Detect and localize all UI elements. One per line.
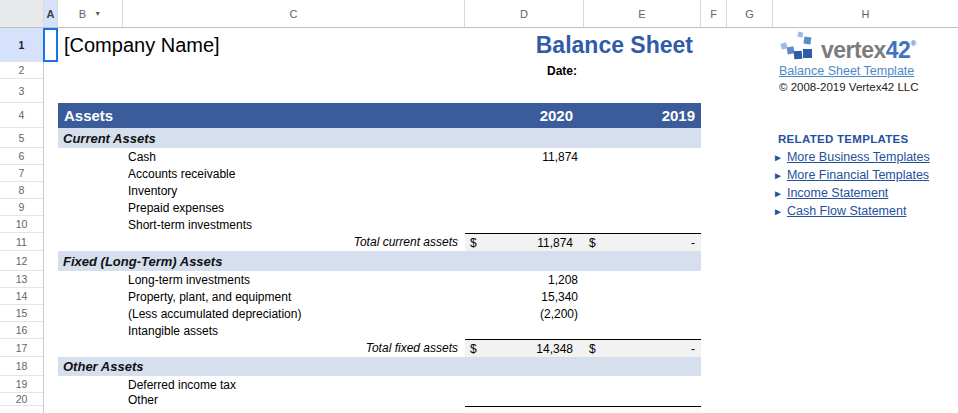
link-label: Income Statement	[787, 186, 888, 200]
date-label-cell[interactable]: Date:	[465, 62, 577, 79]
select-all-corner[interactable]	[0, 0, 44, 27]
item-label-cell[interactable]: Accounts receivable	[128, 165, 235, 182]
link-more-financial-templates[interactable]: ►More Financial Templates	[773, 168, 930, 182]
item-label-cell[interactable]: Intangible assets	[128, 322, 218, 339]
row-header-9[interactable]: 9	[0, 199, 43, 216]
row-header-2[interactable]: 2	[0, 62, 43, 79]
vertex42-logo-icon	[780, 30, 818, 62]
item-label-cell[interactable]: Other	[128, 393, 158, 406]
row-header-20[interactable]: 20	[0, 393, 43, 406]
row-header-3[interactable]: 3	[0, 79, 43, 103]
item-value-2020-cell[interactable]	[465, 216, 578, 233]
link-arrow-icon: ►	[773, 152, 783, 163]
column-header-a[interactable]: A	[44, 0, 58, 27]
total-current-assets-values[interactable]: $ 11,874 $ -	[465, 233, 701, 251]
item-value-2020-cell[interactable]	[465, 182, 578, 199]
logo-brand-blue: 42	[886, 37, 911, 63]
row-header-14[interactable]: 14	[0, 288, 43, 305]
total-current-assets-label[interactable]: Total current assets	[123, 233, 458, 251]
item-label-cell[interactable]: Short-term investments	[128, 216, 252, 233]
row-header-6[interactable]: 6	[0, 148, 43, 165]
row-header-15[interactable]: 15	[0, 305, 43, 322]
item-value-2020-cell[interactable]: 1,208	[465, 271, 578, 288]
sheet-row: (Less accumulated depreciation) (2,200)	[44, 305, 958, 322]
section-label: Fixed (Long-Term) Assets	[58, 254, 222, 269]
row-header-16[interactable]: 16	[0, 322, 43, 339]
row-header-11[interactable]: 11	[0, 233, 43, 251]
related-templates-header: RELATED TEMPLATES	[778, 133, 909, 145]
link-cash-flow-statement[interactable]: ►Cash Flow Statement	[773, 204, 930, 218]
item-label-cell[interactable]: Cash	[128, 148, 156, 165]
row-header-1[interactable]: 1	[0, 28, 43, 62]
link-more-business-templates[interactable]: ►More Business Templates	[773, 150, 930, 164]
item-value-2020-cell[interactable]	[465, 376, 578, 393]
item-value-2020-cell[interactable]	[465, 393, 578, 406]
row-header-gutter: 1 2 3 4 5 6 7 8 9 10 11 12 13 14 15 16 1…	[0, 28, 44, 413]
partial-total-row-border	[465, 406, 701, 413]
related-templates-list: ►More Business Templates ►More Financial…	[773, 150, 930, 218]
sheet-row: Other Assets	[44, 357, 958, 376]
row-header-19[interactable]: 19	[0, 376, 43, 393]
item-value-2020-cell[interactable]: 15,340	[465, 288, 578, 305]
item-label-cell[interactable]: (Less accumulated depreciation)	[128, 305, 301, 322]
total-fixed-assets-label[interactable]: Total fixed assets	[123, 339, 458, 357]
column-header-g[interactable]: G	[727, 0, 773, 27]
item-value-2020-cell[interactable]	[465, 199, 578, 216]
row-header-5[interactable]: 5	[0, 128, 43, 148]
row-header-4[interactable]: 4	[0, 103, 43, 128]
item-label-cell[interactable]: Deferred income tax	[128, 376, 236, 393]
item-label-cell[interactable]: Prepaid expenses	[128, 199, 224, 216]
column-header-f[interactable]: F	[701, 0, 727, 27]
item-label-cell[interactable]: Property, plant, and equipment	[128, 288, 291, 305]
row-header-17[interactable]: 17	[0, 339, 43, 357]
item-value-2020-cell[interactable]: 11,874	[465, 148, 578, 165]
link-arrow-icon: ►	[773, 170, 783, 181]
section-band-other-assets[interactable]: Other Assets	[58, 357, 701, 376]
copyright-text: © 2008-2019 Vertex42 LLC	[779, 81, 919, 93]
section-band-current-assets[interactable]: Current Assets	[58, 128, 701, 148]
column-header-b-label: B	[79, 8, 86, 20]
section-label: Current Assets	[58, 131, 156, 146]
spreadsheet-app: A B ▼ C D E F G H 1 2 3 4 5 6 7 8 9 10 1…	[0, 0, 958, 413]
column-header-d[interactable]: D	[465, 0, 584, 27]
column-header-c[interactable]: C	[123, 0, 465, 27]
item-value-2020-cell[interactable]	[465, 165, 578, 182]
year-2019-header[interactable]: 2019	[584, 103, 695, 128]
selected-cell-a1[interactable]	[43, 28, 58, 62]
sheet-row: Other	[44, 393, 958, 406]
row-header-8[interactable]: 8	[0, 182, 43, 199]
row-header-13[interactable]: 13	[0, 271, 43, 288]
column-header-e[interactable]: E	[584, 0, 701, 27]
total-value-2019: -	[584, 234, 695, 251]
column-header-h[interactable]: H	[773, 0, 958, 27]
row-header-12[interactable]: 12	[0, 251, 43, 271]
section-band-fixed-assets[interactable]: Fixed (Long-Term) Assets	[58, 251, 701, 271]
logo-brand-gray: vertex	[821, 37, 886, 63]
company-name-cell[interactable]: [Company Name]	[64, 28, 220, 62]
balance-sheet-title[interactable]: Balance Sheet	[465, 28, 693, 62]
section-label: Other Assets	[58, 359, 143, 374]
item-label-cell[interactable]: Inventory	[128, 182, 177, 199]
row-header-18[interactable]: 18	[0, 357, 43, 376]
column-header-b[interactable]: B ▼	[58, 0, 123, 27]
vertex42-logo: vertex42®	[780, 30, 916, 62]
link-arrow-icon: ►	[773, 188, 783, 199]
balance-sheet-template-link[interactable]: Balance Sheet Template	[779, 64, 914, 78]
total-value-2020: 11,874	[465, 234, 573, 251]
sheet-row: Total current assets $ 11,874 $ -	[44, 233, 958, 251]
link-income-statement[interactable]: ►Income Statement	[773, 186, 930, 200]
row-header-10[interactable]: 10	[0, 216, 43, 233]
vertex42-logo-text: vertex42®	[821, 40, 916, 62]
column-header-strip: A B ▼ C D E F G H	[0, 0, 958, 28]
sheet-row: Total fixed assets $ 14,348 $ -	[44, 339, 958, 357]
total-fixed-assets-values[interactable]: $ 14,348 $ -	[465, 339, 701, 357]
year-2020-header[interactable]: 2020	[465, 103, 573, 128]
sheet-row: Fixed (Long-Term) Assets	[44, 251, 958, 271]
link-label: More Financial Templates	[787, 168, 929, 182]
column-dropdown-icon[interactable]: ▼	[94, 10, 101, 17]
link-label: Cash Flow Statement	[787, 204, 907, 218]
item-value-2020-cell[interactable]: (2,200)	[465, 305, 578, 322]
item-label-cell[interactable]: Long-term investments	[128, 271, 250, 288]
row-header-7[interactable]: 7	[0, 165, 43, 182]
item-value-2020-cell[interactable]	[465, 322, 578, 339]
